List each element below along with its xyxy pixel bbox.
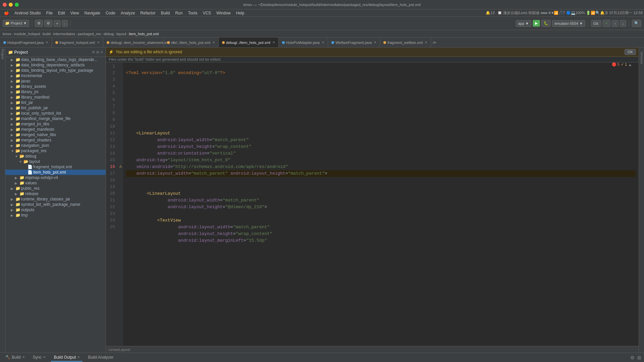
sidebar-close[interactable]: ✕ xyxy=(100,50,103,54)
tab-res-item[interactable]: res/../item_hots_pot.xml ✕ xyxy=(164,38,219,48)
breadcrumb-build[interactable]: build xyxy=(43,32,50,36)
menu-run[interactable]: Run xyxy=(172,10,185,16)
minimize-button[interactable] xyxy=(9,3,13,7)
tree-item-outputs[interactable]: ▶ 📁 outputs xyxy=(5,207,106,213)
tab-debug-item-active[interactable]: debug/../item_hots_pot.xml ✕ xyxy=(219,38,279,48)
tab-close-hotspot[interactable]: ✕ xyxy=(46,41,48,44)
tree-item-item-hots-pot-xml[interactable]: 📄 item_hots_pot.xml xyxy=(5,170,106,175)
tree-item-values[interactable]: ▶ 📁 values xyxy=(5,180,106,186)
emulator-dropdown[interactable]: emulator-5554 ▼ xyxy=(552,20,585,27)
tab-welfare-xml[interactable]: fragment_welfare.xml ✕ xyxy=(380,38,431,48)
tab-welfare-fragment[interactable]: WelfareFragment.java ✕ xyxy=(328,38,380,48)
breadcrumb-layout[interactable]: layout xyxy=(116,32,126,36)
tree-item-data-binding-layout[interactable]: ▶ 📁 data_binding_layout_info_type_packag… xyxy=(5,68,106,73)
breadcrumb-file[interactable]: item_hots_pot.xml xyxy=(129,32,159,36)
notification-count[interactable]: 🔔13 xyxy=(486,11,494,15)
breadcrumb-intermediates[interactable]: intermediates xyxy=(53,32,75,36)
tab-close-7[interactable]: ✕ xyxy=(374,41,376,44)
tree-item-merged-shaders[interactable]: ▶ 📁 merged_shaders xyxy=(5,137,106,143)
tree-item-debug[interactable]: ▼ 📂 debug xyxy=(5,154,106,159)
tree-item-public-res[interactable]: ▶ 📁 public_res xyxy=(5,186,106,191)
git-check[interactable]: ✓ xyxy=(603,20,610,27)
expand-btn[interactable]: + xyxy=(54,20,60,27)
project-dropdown[interactable]: 📁 Project ▼ xyxy=(3,20,29,27)
tree-item-javac[interactable]: ▶ 📁 javac xyxy=(5,78,106,84)
bottom-tab-build[interactable]: 🔨 Build ✕ xyxy=(3,354,28,362)
menu-build[interactable]: Build xyxy=(158,10,173,16)
breadcrumb-kmsv[interactable]: kmsv xyxy=(3,32,11,36)
traffic-lights[interactable] xyxy=(3,3,19,7)
menu-refactor[interactable]: Refactor xyxy=(138,10,158,16)
code-content[interactable]: <?xml version="1.0" encoding="utf-8"?> <… xyxy=(123,62,639,346)
tree-item-merged-jni[interactable]: ▶ 📁 merged_jni_libs xyxy=(5,121,106,127)
bottom-tab-build-analyzer[interactable]: Build Analyzer xyxy=(85,354,116,362)
warning-ok-btn[interactable]: OK xyxy=(625,49,636,55)
tree-item-lint-publish[interactable]: ▶ 📁 lint_publish_jar xyxy=(5,105,106,111)
tree-item-navigation-json[interactable]: ▶ 📁 navigation_json xyxy=(5,143,106,148)
tab-fragment-hotspot-xml[interactable]: fragment_hotspot.xml ✕ xyxy=(52,38,103,48)
menu-tools[interactable]: Tools xyxy=(185,10,200,16)
tree-item-lint-jar[interactable]: ▶ 📁 lint_jar xyxy=(5,100,106,105)
bottom-tab-sync-close[interactable]: ✕ xyxy=(43,355,46,359)
sidebar-expand[interactable]: ⊞ xyxy=(96,50,99,54)
sync-btn[interactable]: ⚙ xyxy=(35,20,43,27)
more-tabs-btn[interactable]: ≫ xyxy=(432,40,437,45)
tab-close-5[interactable]: ✕ xyxy=(272,41,275,44)
tree-item-packaged-res[interactable]: ▼ 📂 packaged_res xyxy=(5,148,106,154)
menu-view[interactable]: View xyxy=(68,10,82,16)
git-push[interactable]: ↑ xyxy=(612,20,619,27)
bottom-settings-icon[interactable]: ⚙ xyxy=(630,355,635,360)
menu-navigate[interactable]: Navigate xyxy=(82,10,103,16)
menu-window[interactable]: Window xyxy=(214,10,233,16)
tree-item-data-binding-base[interactable]: ▶ 📁 data_binding_base_class_logs_depende… xyxy=(5,57,106,62)
menu-edit[interactable]: Edit xyxy=(55,10,68,16)
tree-item-library-manifest[interactable]: ▶ 📁 library_manifest xyxy=(5,95,106,100)
tab-close-6[interactable]: ✕ xyxy=(322,41,324,44)
tree-item-merged-native[interactable]: ▶ 📁 merged_native_libs xyxy=(5,132,106,137)
bottom-tab-sync[interactable]: Sync ✕ xyxy=(30,354,49,362)
debug-btn[interactable]: 🐛 xyxy=(541,20,551,27)
tree-item-manifest-merge[interactable]: ▶ 📁 manifest_merge_blame_file xyxy=(5,116,106,121)
bottom-tab-build-output[interactable]: Build Output ✕ xyxy=(51,354,83,362)
tree-item-mipmap[interactable]: ▶ 📁 mipmap-xxhdpi-v4 xyxy=(5,175,106,180)
bottom-expand-icon[interactable]: ⊞ xyxy=(637,355,641,360)
maximize-button[interactable] xyxy=(15,3,19,7)
tree-item-data-binding-dep[interactable]: ▶ 📁 data_binding_dependency_artifacts xyxy=(5,62,106,68)
tree-item-merged-manifests[interactable]: ▶ 📁 merged_manifests xyxy=(5,127,106,132)
menu-code[interactable]: Code xyxy=(103,10,118,16)
menu-analyze[interactable]: Analyze xyxy=(118,10,138,16)
bottom-tab-output-close[interactable]: ✕ xyxy=(77,355,80,359)
run-btn[interactable]: ▶ xyxy=(533,20,540,27)
menu-android-studio[interactable]: Android Studio xyxy=(12,10,44,16)
settings-btn[interactable]: ⚙ xyxy=(44,20,52,27)
tab-close-2[interactable]: ✕ xyxy=(97,41,100,44)
menu-file[interactable]: File xyxy=(44,10,55,16)
tree-item-runtime-library[interactable]: ▶ 📁 runtime_library_classes_jar xyxy=(5,196,106,202)
tree-item-local-symbol[interactable]: ▶ 📁 local_only_symbol_list xyxy=(5,111,106,116)
tree-item-library-assets[interactable]: ▶ 📁 library_assets xyxy=(5,84,106,89)
collapse-warnings-btn[interactable]: ▲ xyxy=(628,63,632,67)
tree-item-incremental[interactable]: ▶ 📁 incremental xyxy=(5,73,106,78)
tree-item-tmp[interactable]: ▶ 📁 tmp xyxy=(5,213,106,218)
breadcrumb-debug[interactable]: debug xyxy=(104,32,114,36)
collapse-btn[interactable]: - xyxy=(62,20,68,27)
tab-close-4[interactable]: ✕ xyxy=(212,41,215,44)
breadcrumb-packaged[interactable]: packaged_res xyxy=(78,32,101,36)
project-tab[interactable]: Project xyxy=(1,49,4,59)
menu-apple[interactable]: 🍎 xyxy=(1,10,12,16)
bottom-tab-build-close[interactable]: ✕ xyxy=(22,355,25,359)
menu-vcs[interactable]: VCS xyxy=(200,10,214,16)
tree-item-fragment-hotspot-xml[interactable]: 📄 fragment_hotspot.xml xyxy=(5,164,106,170)
menu-help[interactable]: Help xyxy=(233,10,247,16)
tree-item-release[interactable]: ▶ 📁 release xyxy=(5,191,106,196)
code-editor[interactable]: 1 2 3 4 5 6 7 8 9 10 11 12 13 14 15 16 1… xyxy=(106,62,639,346)
breadcrumb-module[interactable]: module_hotspot xyxy=(14,32,40,36)
tree-item-layout[interactable]: ▼ 📂 layout xyxy=(5,159,106,164)
tab-income[interactable]: debug/..item_income_statement.xml ✕ xyxy=(103,38,164,48)
search-everywhere[interactable]: 🔍 xyxy=(632,20,641,27)
tree-item-symbol-list[interactable]: ▶ 📁 symbol_list_with_package_name xyxy=(5,202,106,207)
structure-tab[interactable]: Structure xyxy=(640,52,643,64)
sidebar-settings[interactable]: ⚙ xyxy=(92,50,95,54)
app-dropdown[interactable]: app ▼ xyxy=(516,20,531,27)
tab-close-8[interactable]: ✕ xyxy=(425,41,427,44)
